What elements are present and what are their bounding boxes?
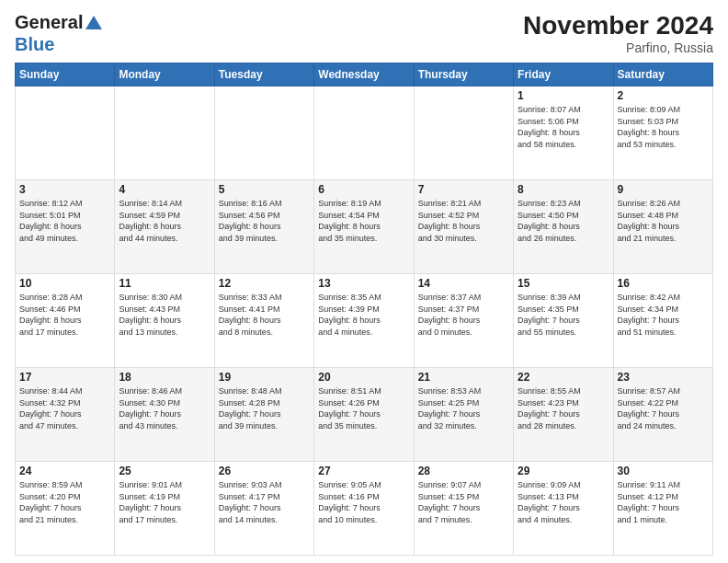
day-number: 6	[318, 183, 409, 196]
day-info: Sunrise: 9:07 AM Sunset: 4:15 PM Dayligh…	[418, 479, 509, 525]
day-number: 3	[19, 183, 110, 196]
calendar-week-row: 1Sunrise: 8:07 AM Sunset: 5:06 PM Daylig…	[16, 86, 713, 180]
logo: General Blue	[15, 11, 104, 55]
day-info: Sunrise: 8:59 AM Sunset: 4:20 PM Dayligh…	[19, 479, 110, 525]
calendar-cell: 3Sunrise: 8:12 AM Sunset: 5:01 PM Daylig…	[16, 180, 115, 274]
calendar-cell: 5Sunrise: 8:16 AM Sunset: 4:56 PM Daylig…	[214, 180, 313, 274]
day-number: 21	[418, 371, 509, 384]
day-info: Sunrise: 8:57 AM Sunset: 4:22 PM Dayligh…	[618, 385, 709, 431]
day-number: 22	[518, 371, 609, 384]
day-number: 29	[518, 465, 609, 477]
logo-general: General	[15, 11, 83, 33]
calendar-cell	[115, 86, 214, 180]
svg-marker-0	[85, 16, 102, 29]
calendar-cell: 9Sunrise: 8:26 AM Sunset: 4:48 PM Daylig…	[613, 180, 712, 274]
calendar-cell: 11Sunrise: 8:30 AM Sunset: 4:43 PM Dayli…	[115, 274, 214, 368]
calendar-cell: 29Sunrise: 9:09 AM Sunset: 4:13 PM Dayli…	[514, 462, 613, 556]
col-wednesday: Wednesday	[314, 63, 414, 86]
calendar-cell: 27Sunrise: 9:05 AM Sunset: 4:16 PM Dayli…	[314, 462, 414, 556]
calendar-cell: 18Sunrise: 8:46 AM Sunset: 4:30 PM Dayli…	[115, 368, 214, 462]
calendar-cell: 28Sunrise: 9:07 AM Sunset: 4:15 PM Dayli…	[414, 462, 513, 556]
calendar-cell: 30Sunrise: 9:11 AM Sunset: 4:12 PM Dayli…	[613, 462, 712, 556]
day-number: 12	[219, 277, 310, 290]
day-number: 17	[19, 371, 110, 384]
calendar-table: Sunday Monday Tuesday Wednesday Thursday…	[15, 63, 713, 556]
day-number: 5	[219, 183, 310, 196]
page-title: November 2024	[523, 11, 713, 40]
day-info: Sunrise: 9:09 AM Sunset: 4:13 PM Dayligh…	[518, 479, 609, 525]
day-number: 27	[318, 465, 409, 477]
day-info: Sunrise: 8:35 AM Sunset: 4:39 PM Dayligh…	[318, 292, 409, 338]
calendar-body: 1Sunrise: 8:07 AM Sunset: 5:06 PM Daylig…	[16, 86, 713, 556]
calendar-cell: 17Sunrise: 8:44 AM Sunset: 4:32 PM Dayli…	[16, 368, 115, 462]
calendar-cell: 23Sunrise: 8:57 AM Sunset: 4:22 PM Dayli…	[613, 368, 712, 462]
day-number: 28	[418, 465, 509, 477]
day-info: Sunrise: 8:26 AM Sunset: 4:48 PM Dayligh…	[618, 198, 709, 244]
day-info: Sunrise: 8:42 AM Sunset: 4:34 PM Dayligh…	[618, 292, 709, 338]
day-number: 11	[119, 277, 210, 290]
day-number: 16	[618, 277, 709, 290]
calendar-cell	[414, 86, 513, 180]
day-info: Sunrise: 8:33 AM Sunset: 4:41 PM Dayligh…	[219, 292, 310, 338]
day-info: Sunrise: 9:05 AM Sunset: 4:16 PM Dayligh…	[318, 479, 409, 525]
day-number: 1	[518, 89, 609, 102]
col-monday: Monday	[115, 63, 214, 86]
logo-icon	[84, 13, 104, 33]
day-info: Sunrise: 8:44 AM Sunset: 4:32 PM Dayligh…	[19, 385, 110, 431]
calendar-cell: 15Sunrise: 8:39 AM Sunset: 4:35 PM Dayli…	[514, 274, 613, 368]
day-number: 15	[518, 277, 609, 290]
calendar-cell: 7Sunrise: 8:21 AM Sunset: 4:52 PM Daylig…	[414, 180, 513, 274]
day-info: Sunrise: 8:28 AM Sunset: 4:46 PM Dayligh…	[19, 292, 110, 338]
calendar-cell: 24Sunrise: 8:59 AM Sunset: 4:20 PM Dayli…	[16, 462, 115, 556]
col-saturday: Saturday	[613, 63, 712, 86]
day-info: Sunrise: 8:12 AM Sunset: 5:01 PM Dayligh…	[19, 198, 110, 244]
calendar-header-row: Sunday Monday Tuesday Wednesday Thursday…	[16, 63, 713, 86]
calendar-cell: 21Sunrise: 8:53 AM Sunset: 4:25 PM Dayli…	[414, 368, 513, 462]
day-info: Sunrise: 8:14 AM Sunset: 4:59 PM Dayligh…	[119, 198, 210, 244]
day-number: 23	[618, 371, 709, 384]
page: General Blue November 2024 Parfino, Russ…	[0, 0, 728, 563]
day-info: Sunrise: 8:21 AM Sunset: 4:52 PM Dayligh…	[418, 198, 509, 244]
day-number: 19	[219, 371, 310, 384]
day-number: 4	[119, 183, 210, 196]
day-info: Sunrise: 9:03 AM Sunset: 4:17 PM Dayligh…	[219, 479, 310, 525]
day-number: 25	[119, 465, 210, 477]
calendar-cell	[314, 86, 414, 180]
page-subtitle: Parfino, Russia	[523, 40, 713, 55]
logo-blue-text: Blue	[15, 34, 54, 54]
day-info: Sunrise: 8:46 AM Sunset: 4:30 PM Dayligh…	[119, 385, 210, 431]
day-number: 7	[418, 183, 509, 196]
calendar-cell	[214, 86, 313, 180]
calendar-cell: 20Sunrise: 8:51 AM Sunset: 4:26 PM Dayli…	[314, 368, 414, 462]
day-info: Sunrise: 9:01 AM Sunset: 4:19 PM Dayligh…	[119, 479, 210, 525]
calendar-cell: 10Sunrise: 8:28 AM Sunset: 4:46 PM Dayli…	[16, 274, 115, 368]
col-sunday: Sunday	[16, 63, 115, 86]
day-info: Sunrise: 8:09 AM Sunset: 5:03 PM Dayligh…	[618, 104, 709, 150]
calendar-cell	[16, 86, 115, 180]
calendar-cell: 12Sunrise: 8:33 AM Sunset: 4:41 PM Dayli…	[214, 274, 313, 368]
day-number: 9	[618, 183, 709, 196]
calendar-week-row: 10Sunrise: 8:28 AM Sunset: 4:46 PM Dayli…	[16, 274, 713, 368]
day-info: Sunrise: 9:11 AM Sunset: 4:12 PM Dayligh…	[618, 479, 709, 525]
day-info: Sunrise: 8:39 AM Sunset: 4:35 PM Dayligh…	[518, 292, 609, 338]
calendar-cell: 14Sunrise: 8:37 AM Sunset: 4:37 PM Dayli…	[414, 274, 513, 368]
day-number: 14	[418, 277, 509, 290]
col-friday: Friday	[514, 63, 613, 86]
day-number: 8	[518, 183, 609, 196]
day-info: Sunrise: 8:07 AM Sunset: 5:06 PM Dayligh…	[518, 104, 609, 150]
calendar-cell: 6Sunrise: 8:19 AM Sunset: 4:54 PM Daylig…	[314, 180, 414, 274]
day-number: 30	[618, 465, 709, 477]
day-info: Sunrise: 8:19 AM Sunset: 4:54 PM Dayligh…	[318, 198, 409, 244]
calendar-cell: 19Sunrise: 8:48 AM Sunset: 4:28 PM Dayli…	[214, 368, 313, 462]
calendar-week-row: 17Sunrise: 8:44 AM Sunset: 4:32 PM Dayli…	[16, 368, 713, 462]
day-number: 26	[219, 465, 310, 477]
calendar-cell: 4Sunrise: 8:14 AM Sunset: 4:59 PM Daylig…	[115, 180, 214, 274]
calendar-cell: 16Sunrise: 8:42 AM Sunset: 4:34 PM Dayli…	[613, 274, 712, 368]
col-tuesday: Tuesday	[214, 63, 313, 86]
day-number: 18	[119, 371, 210, 384]
calendar-cell: 13Sunrise: 8:35 AM Sunset: 4:39 PM Dayli…	[314, 274, 414, 368]
calendar-cell: 25Sunrise: 9:01 AM Sunset: 4:19 PM Dayli…	[115, 462, 214, 556]
day-info: Sunrise: 8:55 AM Sunset: 4:23 PM Dayligh…	[518, 385, 609, 431]
calendar-cell: 8Sunrise: 8:23 AM Sunset: 4:50 PM Daylig…	[514, 180, 613, 274]
day-number: 24	[19, 465, 110, 477]
